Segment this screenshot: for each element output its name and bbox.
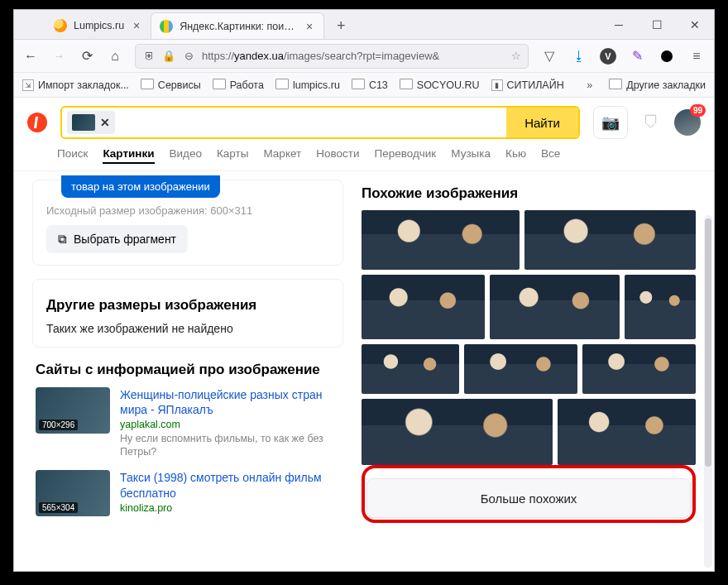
scrollbar[interactable]	[704, 215, 712, 568]
result-domain: yaplakal.com	[120, 419, 340, 430]
downloads-icon[interactable]: ⭳	[570, 47, 588, 65]
product-on-image-hint[interactable]: товар на этом изображении	[61, 175, 220, 198]
url-text: https://yandex.ua/images/search?rpt=imag…	[202, 50, 505, 62]
left-column: товар на этом изображении Исходный разме…	[32, 180, 343, 542]
bookmark-item[interactable]: ⇲Импорт закладок...	[22, 79, 129, 91]
folder-icon	[352, 79, 365, 92]
source-card: товар на этом изображении Исходный разме…	[32, 180, 343, 266]
tab-search[interactable]: Поиск	[57, 147, 88, 164]
pocket-icon[interactable]: ▽	[540, 47, 558, 65]
similar-heading: Похожие изображения	[362, 185, 696, 202]
result-thumb: 565×304	[36, 470, 110, 516]
maximize-button[interactable]: ☐	[638, 10, 676, 40]
address-bar[interactable]: ⛨ 🔒 ⊖ https://yandex.ua/images/search?rp…	[135, 44, 529, 69]
result-snippet: Ну если вспомнить фильмы, то как же без …	[120, 432, 340, 459]
tab-news[interactable]: Новости	[316, 147, 359, 164]
source-size-label: Исходный размер изображения: 600×311	[46, 204, 329, 217]
tab-q[interactable]: Кью	[505, 147, 526, 164]
extension-v-icon[interactable]: V	[600, 48, 616, 65]
service-tabs: Поиск Картинки Видео Карты Маркет Новост…	[14, 144, 714, 171]
tab-yandex-images[interactable]: Яндекс.Картинки: поиск по из ×	[151, 12, 324, 39]
tab-music[interactable]: Музыка	[451, 147, 491, 164]
folder-icon	[213, 79, 226, 92]
scrollbar-thumb[interactable]	[705, 218, 711, 467]
new-tab-button[interactable]: +	[329, 14, 352, 37]
folder-icon	[275, 79, 289, 92]
bookmarks-overflow[interactable]: »	[587, 79, 597, 91]
result-title[interactable]: Такси (1998) смотреть онлайн фильм беспл…	[120, 470, 340, 500]
similar-image[interactable]	[558, 399, 696, 465]
import-icon: ⇲	[22, 79, 34, 91]
similar-image[interactable]	[582, 344, 696, 394]
folder-icon	[609, 79, 622, 92]
yandex-logo[interactable]	[27, 113, 47, 132]
highlight-annotation: Больше похожих	[362, 465, 696, 523]
image-chip[interactable]: ✕	[67, 111, 115, 134]
chip-thumbnail	[72, 114, 95, 131]
similar-image[interactable]	[362, 344, 459, 394]
right-column: Похожие изображения	[362, 180, 696, 542]
tab-video[interactable]: Видео	[170, 147, 202, 164]
search-button[interactable]: Найти	[506, 108, 578, 137]
similar-image[interactable]	[464, 344, 577, 394]
similar-image[interactable]	[625, 275, 696, 339]
minimize-button[interactable]: ─	[600, 10, 638, 40]
close-tab-icon[interactable]: ×	[304, 21, 315, 32]
page-content: ✕ Найти 📷 ⛉ 99 Поиск Картинки Видео Карт…	[14, 98, 714, 571]
other-sizes-heading: Другие размеры изображения	[46, 296, 329, 314]
similar-image[interactable]	[362, 275, 485, 339]
crop-icon: ⧉	[58, 232, 67, 247]
similar-image[interactable]	[362, 399, 553, 465]
bookmark-item[interactable]: Сервисы	[141, 79, 201, 92]
result-title[interactable]: Женщины-полицейские разных стран мира - …	[120, 387, 340, 417]
tab-lumpics[interactable]: Lumpics.ru ×	[46, 12, 151, 39]
folder-icon	[141, 79, 154, 92]
similar-image[interactable]	[490, 275, 620, 339]
menu-button[interactable]: ≡	[687, 47, 706, 65]
site-result[interactable]: 565×304 Такси (1998) смотреть онлайн фил…	[36, 470, 340, 516]
shield-icon: ⛨	[142, 50, 156, 63]
user-avatar[interactable]: 99	[674, 109, 701, 136]
similar-image[interactable]	[524, 210, 696, 270]
protect-icon[interactable]: ⛉	[641, 113, 661, 132]
home-button[interactable]: ⌂	[107, 48, 123, 65]
tab-label: Яндекс.Картинки: поиск по из	[180, 21, 297, 32]
toolbar: ← → ⟳ ⌂ ⛨ 🔒 ⊖ https://yandex.ua/images/s…	[14, 40, 714, 73]
tab-label: Lumpics.ru	[74, 20, 124, 31]
extension-feather-icon[interactable]: ✎	[628, 47, 646, 65]
permissions-icon: ⊖	[182, 50, 195, 63]
search-box[interactable]: ✕ Найти	[60, 106, 580, 139]
folder-icon	[400, 79, 413, 92]
notification-badge: 99	[690, 104, 706, 117]
bookmark-item[interactable]: C13	[352, 79, 388, 92]
tab-strip: Lumpics.ru × Яндекс.Картинки: поиск по и…	[14, 10, 714, 40]
bookmark-item[interactable]: ▮СИТИЛАЙН	[491, 79, 564, 91]
crop-button[interactable]: ⧉ Выбрать фрагмент	[46, 225, 188, 253]
similar-image[interactable]	[362, 210, 520, 270]
more-similar-button[interactable]: Больше похожих	[366, 478, 691, 518]
tab-images[interactable]: Картинки	[103, 147, 154, 164]
tab-market[interactable]: Маркет	[263, 147, 301, 164]
bookmark-item[interactable]: Работа	[213, 79, 264, 92]
site-favicon: ▮	[491, 79, 503, 91]
close-tab-icon[interactable]: ×	[131, 20, 142, 31]
result-domain: kinoliza.pro	[120, 502, 340, 514]
site-result[interactable]: 700×296 Женщины-полицейские разных стран…	[36, 387, 340, 459]
back-button[interactable]: ←	[22, 48, 39, 65]
bookmark-item[interactable]: SOCYOU.RU	[400, 79, 480, 92]
tab-translate[interactable]: Переводчик	[374, 147, 436, 164]
extension-dark-icon[interactable]	[658, 47, 676, 65]
other-bookmarks[interactable]: Другие закладки	[609, 79, 706, 92]
reload-button[interactable]: ⟳	[79, 48, 95, 65]
forward-button[interactable]: →	[50, 48, 67, 65]
sites-heading: Сайты с информацией про изображение	[36, 361, 340, 378]
sites-card: Сайты с информацией про изображение 700×…	[32, 361, 343, 516]
close-window-button[interactable]: ✕	[676, 10, 714, 40]
tab-all[interactable]: Все	[541, 147, 560, 164]
camera-search-button[interactable]: 📷	[593, 106, 628, 139]
tab-maps[interactable]: Карты	[217, 147, 248, 164]
chip-remove-icon[interactable]: ✕	[100, 116, 110, 129]
bookmark-item[interactable]: lumpics.ru	[275, 79, 340, 92]
browser-window: Lumpics.ru × Яндекс.Картинки: поиск по и…	[13, 9, 715, 572]
star-icon[interactable]: ☆	[511, 50, 521, 62]
